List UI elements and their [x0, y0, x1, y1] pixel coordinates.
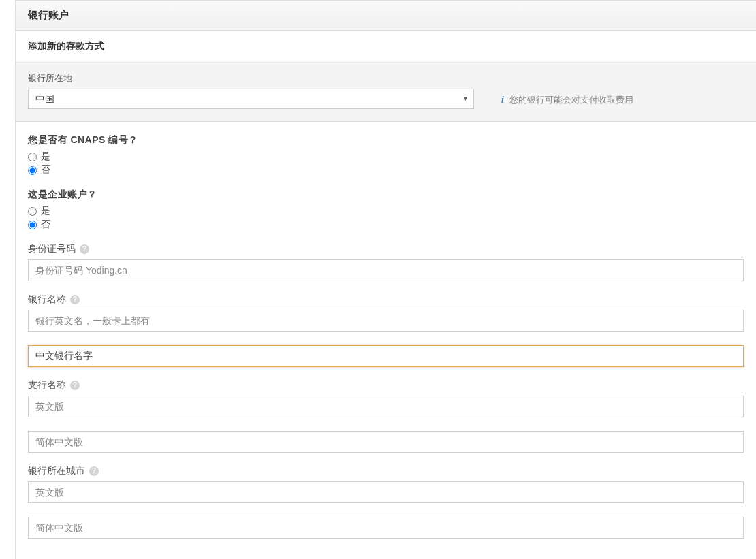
fee-info-text: 您的银行可能会对支付收取费用	[509, 94, 633, 106]
cnaps-no-row[interactable]: 否	[28, 164, 744, 176]
branch-name-cn-input[interactable]	[28, 431, 744, 453]
bank-name-en-input[interactable]	[28, 310, 744, 332]
bank-location-block: 银行所在地 中国 ▾ i 您的银行可能会对支付收取费用	[16, 63, 756, 122]
bank-city-cn-input[interactable]	[28, 517, 744, 539]
id-number-group: 身份证号码 ?	[28, 243, 744, 281]
bank-name-cn-input[interactable]	[28, 345, 744, 367]
bank-city-label: 银行所在城市	[28, 465, 85, 477]
bank-name-group: 银行名称 ?	[28, 293, 744, 367]
cnaps-yes-row[interactable]: 是	[28, 150, 744, 163]
corporate-yes-radio[interactable]	[28, 207, 37, 216]
help-icon[interactable]: ?	[89, 466, 99, 476]
corporate-no-radio[interactable]	[28, 221, 37, 229]
help-icon[interactable]: ?	[70, 381, 80, 390]
corporate-yes-label: 是	[41, 205, 50, 217]
corporate-yes-row[interactable]: 是	[28, 205, 744, 217]
branch-name-group: 支行名称 ?	[28, 379, 744, 453]
fee-info: i 您的银行可能会对支付收取费用	[501, 94, 633, 109]
branch-name-en-input[interactable]	[28, 396, 744, 417]
bank-city-group: 银行所在城市 ?	[28, 465, 744, 539]
corporate-no-label: 否	[41, 219, 50, 231]
help-icon[interactable]: ?	[70, 295, 80, 304]
id-number-input[interactable]	[28, 259, 744, 281]
section-subtitle: 添加新的存款方式	[16, 31, 756, 63]
cnaps-yes-label: 是	[41, 150, 50, 163]
help-icon[interactable]: ?	[80, 244, 89, 254]
corporate-no-row[interactable]: 否	[28, 219, 744, 231]
cnaps-no-label: 否	[41, 164, 50, 176]
corporate-question-label: 这是企业账户？	[28, 189, 744, 201]
cnaps-question-group: 您是否有 CNAPS 编号？ 是 否	[28, 134, 744, 176]
section-title: 银行账户	[16, 1, 756, 31]
bank-account-form: 银行账户 添加新的存款方式 银行所在地 中国 ▾ i 您的银行可能会对支付收取费…	[15, 0, 756, 559]
cnaps-no-radio[interactable]	[28, 166, 37, 175]
cnaps-question-label: 您是否有 CNAPS 编号？	[28, 134, 744, 146]
id-number-label: 身份证号码	[28, 243, 76, 255]
info-icon: i	[501, 95, 504, 106]
bank-location-label: 银行所在地	[28, 72, 474, 84]
bank-name-label: 银行名称	[28, 293, 66, 306]
bank-location-select[interactable]: 中国	[28, 89, 474, 109]
cnaps-yes-radio[interactable]	[28, 153, 37, 161]
corporate-question-group: 这是企业账户？ 是 否	[28, 189, 744, 231]
bank-city-en-input[interactable]	[28, 481, 744, 503]
branch-name-label: 支行名称	[28, 379, 66, 392]
